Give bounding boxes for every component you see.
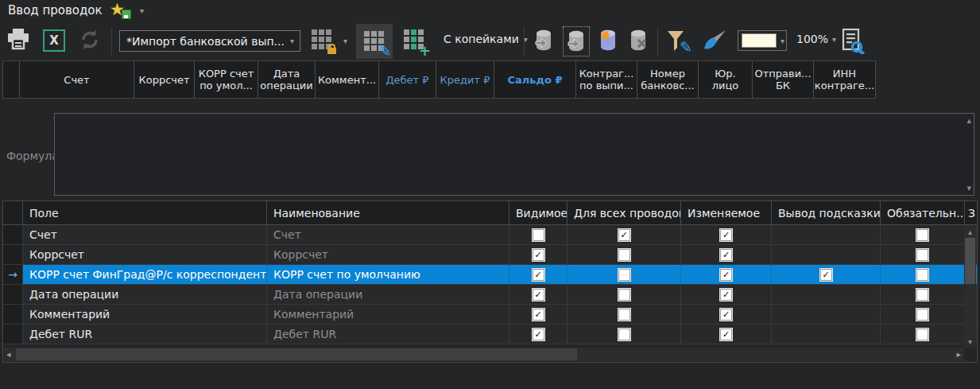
checkbox[interactable]: ✓ — [533, 329, 544, 340]
checkbox[interactable]: ✓ — [533, 269, 544, 281]
row-selector-arrow[interactable]: → — [3, 265, 23, 284]
vertical-scrollbar[interactable]: ▴ ▾ — [964, 226, 976, 348]
vertical-scrollbar-thumb[interactable] — [965, 238, 975, 284]
checkbox[interactable]: ✓ — [720, 289, 732, 301]
cell-visible[interactable]: ✓ — [509, 245, 567, 264]
cell-name[interactable]: Дата операции — [267, 285, 509, 304]
checkbox[interactable]: ✓ — [618, 229, 630, 241]
field-column-saldo[interactable]: Сальдо ₽ — [494, 61, 576, 98]
field-column-bank-number[interactable]: Номер банковс... — [637, 61, 699, 98]
excel-export-button[interactable]: X — [43, 29, 65, 52]
row-selector-cell[interactable] — [3, 225, 23, 244]
cell-editable[interactable]: ✓ — [681, 225, 772, 244]
checkbox[interactable] — [618, 269, 630, 281]
cell-field[interactable]: Дебет RUR — [23, 325, 267, 344]
checkbox[interactable]: ✓ — [533, 249, 544, 261]
cell-hint[interactable] — [772, 305, 881, 324]
db-import-button[interactable] — [533, 29, 554, 53]
row-selector-cell[interactable] — [3, 305, 23, 324]
grid-add-column-button[interactable]: + — [404, 29, 425, 51]
cell-required[interactable] — [881, 245, 965, 264]
print-button[interactable] — [6, 29, 30, 50]
cell-field[interactable]: КОРР счет ФинГрад@Р/с корреспондента — [23, 265, 267, 284]
cell-for-all[interactable] — [567, 285, 681, 304]
zoom-dropdown[interactable]: 100% ▾ — [796, 33, 836, 45]
favorite-button[interactable]: ★ — [110, 0, 130, 21]
favorite-caret-icon[interactable]: ▾ — [140, 6, 144, 15]
grid-header-truncated[interactable]: З — [965, 201, 977, 224]
checkbox[interactable] — [916, 269, 928, 281]
checkbox[interactable]: ✓ — [720, 329, 732, 340]
table-row[interactable]: Счет Счет ✓ ✓ — [3, 225, 977, 245]
cell-field[interactable]: Коррсчет — [23, 245, 267, 264]
report-settings-button[interactable] — [839, 28, 866, 54]
refresh-button[interactable] — [78, 29, 102, 51]
cell-for-all[interactable] — [567, 305, 681, 324]
row-selector-cell[interactable] — [3, 245, 23, 264]
cell-editable[interactable]: ✓ — [681, 245, 772, 264]
checkbox[interactable] — [916, 309, 928, 321]
cell-visible[interactable]: ✓ — [509, 325, 567, 344]
checkbox[interactable] — [618, 329, 630, 340]
cell-field[interactable]: Комментарий — [23, 305, 267, 324]
cell-field[interactable]: Дата операции — [23, 285, 267, 304]
checkbox[interactable]: ✓ — [533, 309, 544, 321]
scroll-right-icon[interactable]: ▸ — [956, 348, 961, 360]
cell-name[interactable]: КОРР счет по умолчанию — [267, 265, 509, 284]
cell-for-all[interactable] — [567, 325, 681, 344]
grid-header-vidimoe[interactable]: Видимое — [509, 201, 567, 224]
checkbox[interactable]: ✓ — [533, 289, 544, 301]
cell-editable[interactable]: ✓ — [681, 285, 772, 304]
grid-header-obyazateln[interactable]: Обязательн... — [881, 201, 965, 224]
grid-header-dlya-vseh[interactable]: Для всех проводок — [567, 201, 681, 224]
cell-name[interactable]: Счет — [267, 225, 509, 244]
field-column-kredit[interactable]: Кредит ₽ — [436, 61, 494, 98]
cell-required[interactable] — [881, 305, 965, 324]
grid-header-naimenovanie[interactable]: Наименование — [267, 201, 509, 224]
cell-for-all[interactable]: ✓ — [567, 225, 681, 244]
cell-editable[interactable]: ✓ — [681, 265, 772, 284]
cell-visible[interactable]: ✓ — [509, 285, 567, 304]
field-column-inn[interactable]: ИНН контраге... — [814, 61, 876, 98]
checkbox[interactable]: ✓ — [720, 249, 732, 261]
field-column-korrschet[interactable]: Коррсчет — [134, 61, 195, 98]
scroll-down-icon[interactable]: ▾ — [966, 184, 971, 193]
report-selector-dropdown[interactable]: *Импорт банковской вып... ▾ — [119, 30, 300, 52]
color-picker-dropdown[interactable]: ▾ — [738, 30, 787, 51]
table-row[interactable]: Дебет RUR Дебет RUR ✓ ✓ — [3, 325, 977, 344]
cell-hint[interactable] — [772, 325, 881, 344]
field-column-debet[interactable]: Дебет ₽ — [379, 61, 436, 98]
brush-button[interactable] — [701, 29, 726, 53]
cell-visible[interactable]: ✓ — [509, 265, 567, 284]
horizontal-scrollbar-thumb[interactable] — [16, 348, 577, 360]
scroll-up-icon[interactable]: ▴ — [964, 228, 976, 236]
checkbox[interactable]: ✓ — [720, 229, 732, 241]
grid-header-pole[interactable]: Поле — [23, 201, 267, 224]
cell-required[interactable] — [881, 325, 965, 344]
cell-visible[interactable] — [509, 225, 567, 244]
checkbox[interactable]: ✓ — [720, 309, 732, 321]
checkbox[interactable] — [916, 289, 928, 301]
scroll-left-icon[interactable]: ◂ — [6, 348, 11, 360]
scroll-down-icon[interactable]: ▾ — [964, 337, 976, 346]
db-delete-button[interactable] — [628, 29, 649, 53]
checkbox[interactable]: ✓ — [720, 269, 732, 281]
grid-header-vyvod-podskazki[interactable]: Вывод подсказки — [772, 201, 881, 224]
checkbox[interactable] — [618, 249, 630, 261]
formula-textarea[interactable]: ▴ ▾ — [54, 113, 974, 196]
table-row[interactable]: Коррсчет Коррсчет ✓ ✓ — [3, 245, 977, 265]
cell-hint[interactable]: ✓ — [772, 265, 881, 284]
checkbox[interactable]: ✓ — [820, 269, 832, 281]
checkbox[interactable] — [916, 249, 928, 261]
grid-edit-button-active[interactable]: ✎ — [356, 24, 393, 59]
cell-required[interactable] — [881, 265, 965, 284]
filter-edit-button[interactable]: ✎ — [666, 29, 688, 53]
db-import-selection-button[interactable] — [563, 26, 590, 56]
checkbox[interactable] — [533, 229, 544, 241]
cell-for-all[interactable] — [567, 245, 681, 264]
cell-for-all[interactable] — [567, 265, 681, 284]
cell-required[interactable] — [881, 285, 965, 304]
cell-hint[interactable] — [772, 285, 881, 304]
table-row[interactable]: Дата операции Дата операции ✓ ✓ — [3, 285, 977, 305]
checkbox[interactable] — [618, 289, 630, 301]
